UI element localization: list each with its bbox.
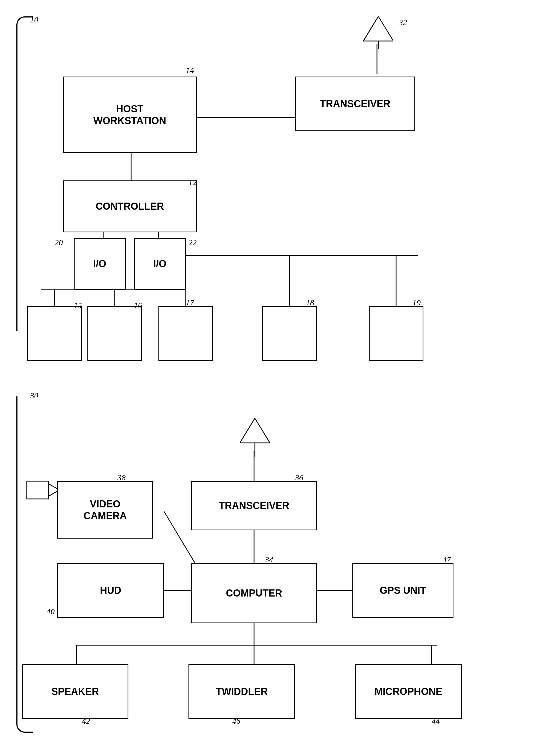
svg-marker-25 [240, 418, 270, 443]
antenna-bottom [240, 418, 270, 457]
diagram-container: 10 30 [0, 0, 560, 754]
ref-36: 36 [295, 473, 303, 482]
ref-19: 19 [413, 298, 421, 307]
controller-box: CONTROLLER [63, 180, 197, 232]
ref-20: 20 [55, 238, 63, 247]
hud-box: HUD [57, 563, 164, 618]
ref-12: 12 [188, 178, 197, 187]
computer-box: COMPUTER [191, 563, 317, 623]
ref-10: 10 [30, 15, 38, 24]
ref-30: 30 [30, 391, 38, 400]
ref-14: 14 [186, 65, 194, 75]
ref-42: 42 [82, 716, 90, 726]
ref-46: 46 [232, 716, 240, 726]
ref-17: 17 [186, 298, 194, 307]
box-19 [369, 306, 423, 361]
microphone-box: MICROPHONE [355, 664, 462, 719]
box-16 [87, 306, 142, 361]
ref-44: 44 [432, 716, 440, 726]
twiddler-box: TWIDDLER [188, 664, 295, 719]
ref-47: 47 [442, 555, 451, 564]
camera-icon [24, 476, 57, 506]
ref-32: 32 [399, 18, 407, 27]
transceiver-bottom-box: TRANSCEIVER [191, 481, 317, 530]
box-17 [158, 306, 213, 361]
ref-18: 18 [306, 298, 314, 307]
ref-38: 38 [118, 473, 126, 482]
bracket-top [16, 16, 33, 331]
transceiver-top-box: TRANSCEIVER [295, 77, 415, 131]
host-workstation-box: HOSTWORKSTATION [63, 77, 197, 153]
svg-marker-28 [48, 484, 57, 496]
svg-rect-27 [27, 481, 48, 499]
ref-15: 15 [74, 301, 82, 310]
box-15 [27, 306, 82, 361]
box-18 [262, 306, 317, 361]
gps-unit-box: GPS UNIT [353, 563, 454, 618]
ref-34: 34 [265, 555, 273, 564]
video-camera-box: VIDEOCAMERA [57, 481, 153, 539]
speaker-box: SPEAKER [22, 664, 128, 719]
io1-box: I/O [74, 238, 126, 290]
antenna-top [363, 16, 393, 49]
svg-marker-23 [363, 16, 393, 41]
ref-16: 16 [134, 301, 142, 310]
io2-box: I/O [134, 238, 186, 290]
ref-22: 22 [188, 238, 197, 247]
ref-40: 40 [46, 607, 55, 616]
